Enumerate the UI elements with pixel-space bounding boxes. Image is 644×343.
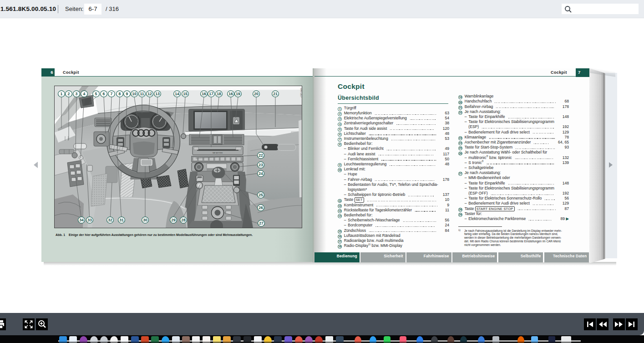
svg-text:32: 32 [108, 218, 112, 222]
svg-text:27: 27 [259, 221, 264, 225]
svg-text:18: 18 [217, 92, 221, 96]
svg-text:6: 6 [103, 92, 105, 96]
svg-text:33: 33 [87, 218, 92, 222]
svg-text:10: 10 [132, 92, 137, 96]
svg-text:5: 5 [95, 92, 97, 96]
svg-text:30: 30 [143, 218, 147, 222]
svg-text:22: 22 [259, 153, 263, 158]
svg-text:13: 13 [155, 92, 160, 96]
svg-text:15: 15 [183, 92, 188, 96]
svg-text:4: 4 [83, 92, 86, 96]
svg-text:8: 8 [119, 92, 121, 96]
svg-text:28: 28 [181, 218, 186, 222]
svg-text:20: 20 [254, 92, 259, 96]
svg-text:21: 21 [273, 92, 278, 96]
svg-text:1: 1 [61, 92, 63, 96]
svg-text:3: 3 [76, 92, 78, 96]
svg-text:31: 31 [119, 218, 124, 222]
svg-text:34: 34 [79, 218, 84, 222]
svg-text:19: 19 [236, 92, 240, 96]
svg-text:17: 17 [209, 92, 213, 96]
svg-text:B8K-12E7: B8K-12E7 [300, 88, 302, 97]
svg-text:26: 26 [259, 205, 263, 210]
svg-text:12: 12 [147, 92, 152, 96]
svg-text:23: 23 [259, 163, 263, 167]
svg-text:24: 24 [259, 171, 263, 176]
svg-text:16: 16 [228, 92, 233, 96]
svg-text:9: 9 [126, 92, 128, 96]
svg-text:RAF ANTRIEB: RAF ANTRIEB [213, 152, 223, 154]
svg-text:7: 7 [111, 92, 113, 96]
svg-text:29: 29 [171, 218, 176, 222]
svg-text:2: 2 [68, 92, 70, 96]
svg-text:11: 11 [140, 92, 144, 96]
svg-text:16: 16 [202, 92, 206, 96]
svg-text:25: 25 [259, 193, 263, 197]
svg-text:14: 14 [175, 92, 179, 96]
